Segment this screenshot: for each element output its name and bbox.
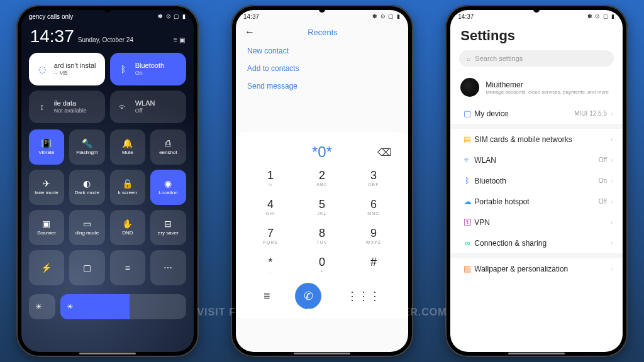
brightness-icon: ☀ (35, 302, 42, 311)
quick-toggle-d-icon: ⋯ (164, 263, 172, 272)
camera-notch (104, 6, 111, 13)
reading-toggle[interactable]: ▭ding mode (69, 210, 105, 245)
mute-toggle-icon: 🔔 (122, 139, 133, 148)
darkmode-toggle[interactable]: ◐Dark mode (69, 170, 105, 205)
chevron-right-icon: › (611, 177, 613, 184)
airplane-toggle[interactable]: ✈lane mode (29, 170, 65, 205)
flashlight-toggle-icon: 🔦 (82, 139, 92, 148)
home-indicator[interactable] (294, 353, 350, 354)
search-placeholder: Search settings (475, 55, 523, 62)
key-2[interactable]: 2ABC (296, 163, 348, 192)
tab-recents[interactable]: Recents (246, 28, 399, 37)
panel-actions[interactable]: ≡ ▣ (174, 36, 185, 43)
bluetooth-tile[interactable]: ᛒ BluetoothOn (110, 53, 186, 85)
lockscreen-toggle[interactable]: 🔒k screen (110, 170, 146, 205)
phone-dialer: 14:37 ✽ ⊙ ▢ ▮ ← Recents New contact Add … (231, 5, 413, 357)
add-contacts-link[interactable]: Add to contacts (247, 64, 397, 73)
screenshot-toggle-icon: ⎙ (165, 139, 170, 148)
settings-my-device[interactable]: ▢My deviceMIUI 12.5.5› (450, 103, 623, 124)
chevron-right-icon: › (611, 136, 613, 143)
quick-toggle-d[interactable]: ⋯ (150, 250, 186, 285)
phone-icon: ✆ (304, 289, 313, 303)
date: Sunday, October 24 (78, 36, 170, 43)
lockscreen-toggle-icon: 🔒 (122, 179, 133, 188)
status-icons: ✽ ⊙ ▢ ▮ (372, 13, 401, 19)
quick-toggle-b-icon: ▢ (83, 263, 91, 272)
brightness-icon: ☀ (67, 302, 74, 311)
data-usage-tile[interactable]: ◌ ard isn't instal-- MB (29, 53, 105, 85)
darkmode-toggle-icon: ◐ (83, 179, 91, 188)
key-4[interactable]: 4GHI (245, 192, 296, 221)
camera-notch (533, 6, 540, 13)
settings-vpn[interactable]: ⚿VPN› (450, 212, 623, 233)
new-contact-link[interactable]: New contact (247, 47, 397, 55)
search-input[interactable]: ⌕ Search settings (459, 50, 614, 67)
home-indicator[interactable] (79, 353, 136, 354)
dnd-toggle-icon: ✋ (122, 219, 133, 228)
location-toggle[interactable]: ◉Location (150, 170, 186, 205)
chevron-right-icon: › (611, 265, 613, 272)
airplane-toggle-icon: ✈ (43, 179, 50, 188)
key-3[interactable]: 3DEF (348, 163, 399, 192)
key-9[interactable]: 9WXYZ (348, 221, 399, 250)
status-time: 14:37 (458, 13, 474, 20)
key-7[interactable]: 7PQRS (245, 221, 296, 250)
bluetooth-icon: ᛒ (116, 64, 130, 74)
dialpad-toggle[interactable]: ⋮⋮⋮ (347, 289, 380, 303)
key-6[interactable]: 6MNO (348, 192, 399, 221)
sim-icon: ▤ (460, 134, 474, 144)
menu-button[interactable]: ≡ (264, 290, 270, 303)
account-name: Miuithemer (486, 80, 609, 89)
quick-toggle-c[interactable]: ≡ (110, 250, 146, 285)
settings-hotspot[interactable]: ☁Portable hotspotOff› (450, 191, 623, 212)
settings-connection[interactable]: ∞Connection & sharing› (450, 233, 623, 253)
key-1[interactable]: 1∞ (245, 163, 296, 192)
reading-toggle-icon: ▭ (83, 219, 91, 228)
wlan-tile[interactable]: ᯤ WLANOff (110, 90, 186, 123)
key-5[interactable]: 5JKL (296, 192, 348, 221)
battery-toggle[interactable]: ⊟ery saver (150, 210, 186, 245)
call-button[interactable]: ✆ (295, 283, 321, 309)
dnd-toggle[interactable]: ✋DND (110, 210, 146, 245)
account-row[interactable]: Miuithemer Manage accounts, cloud servic… (450, 75, 623, 103)
clock: 14:37 (30, 26, 74, 47)
vibrate-toggle[interactable]: 📳Vibrate (29, 129, 65, 165)
key-*[interactable]: *, (245, 250, 296, 279)
status-time: 14:37 (243, 13, 259, 20)
location-toggle-icon: ◉ (164, 179, 172, 188)
settings-wallpaper[interactable]: ▨Wallpaper & personalization› (450, 258, 623, 279)
account-sub: Manage accounts, cloud services, payment… (486, 89, 609, 95)
wlan-icon: ᯤ (460, 155, 474, 165)
battery-toggle-icon: ⊟ (164, 219, 172, 228)
settings-wlan[interactable]: ᯤWLANOff› (450, 150, 623, 170)
screenshot-toggle[interactable]: ⎙eenshot (150, 129, 186, 165)
settings-bluetooth[interactable]: ᛒBluetoothOn› (450, 170, 623, 191)
mute-toggle[interactable]: 🔔Mute (110, 129, 146, 165)
scanner-toggle[interactable]: ▣Scanner (29, 210, 65, 245)
mobile-icon: ↕ (35, 102, 49, 112)
wallpaper-icon: ▨ (460, 264, 474, 273)
key-#[interactable]: # (348, 250, 399, 279)
camera-notch (319, 6, 325, 13)
chevron-right-icon: › (611, 198, 613, 205)
quick-toggle-a[interactable]: ⚡ (29, 250, 65, 285)
chevron-right-icon: › (611, 219, 613, 226)
key-8[interactable]: 8TUV (296, 221, 348, 250)
page-title: Settings (450, 23, 623, 50)
quick-toggle-a-icon: ⚡ (41, 263, 52, 272)
send-message-link[interactable]: Send message (247, 82, 397, 90)
bluetooth-icon: ᛒ (460, 176, 474, 185)
key-0[interactable]: 0+ (296, 250, 348, 279)
home-indicator[interactable] (508, 353, 565, 354)
drop-icon: ◌ (35, 64, 49, 74)
my-device-icon: ▢ (460, 109, 474, 118)
flashlight-toggle[interactable]: 🔦Flashlight (69, 129, 105, 165)
status-icons: ✽ ⊙ ▢ ▮ (158, 13, 186, 19)
mobile-data-tile[interactable]: ↕ ile dataNot available (29, 90, 105, 123)
quick-toggle-b[interactable]: ▢ (69, 250, 105, 285)
chevron-right-icon: › (611, 110, 613, 117)
delete-button[interactable]: ⌫ (377, 146, 392, 158)
hotspot-icon: ☁ (460, 197, 474, 206)
watermark: VISIT FOR MORE THEMES - MIUITHEMER.COM (0, 307, 644, 318)
settings-sim[interactable]: ▤SIM cards & mobile networks› (450, 129, 623, 150)
